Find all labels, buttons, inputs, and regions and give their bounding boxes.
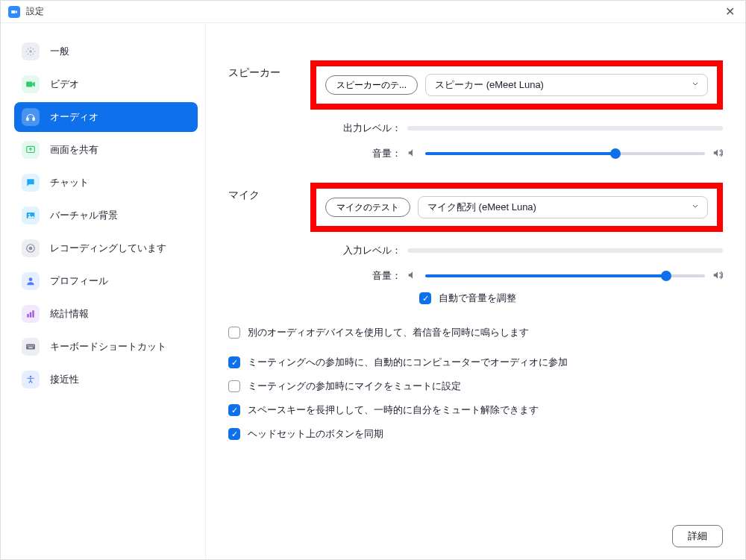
sidebar-item-video[interactable]: ビデオ (14, 69, 198, 99)
svg-point-9 (29, 277, 33, 281)
option-checkbox[interactable] (228, 356, 240, 368)
svg-rect-15 (29, 345, 30, 346)
auto-volume-checkbox[interactable] (419, 292, 431, 304)
sidebar-item-label: 一般 (50, 45, 69, 58)
sidebar-item-label: チャット (50, 176, 89, 189)
svg-rect-16 (31, 345, 32, 346)
svg-rect-12 (32, 310, 34, 317)
volume-low-icon (407, 270, 418, 283)
speaker-device-value: スピーカー (eMeet Luna) (435, 78, 544, 92)
sidebar: 一般ビデオオーディオ画面を共有チャットバーチャル背景レコーディングしていますプロ… (1, 23, 206, 560)
svg-point-0 (29, 50, 32, 53)
option-row: ミーティングへの参加時に、自動的にコンピューターでオーディオに参加 (228, 356, 723, 369)
main-panel: スピーカー スピーカーのテ... スピーカー (eMeet Luna) 出力レベ… (206, 23, 745, 560)
sidebar-item-recording[interactable]: レコーディングしています (14, 233, 198, 263)
speaker-device-dropdown[interactable]: スピーカー (eMeet Luna) (425, 74, 708, 96)
sidebar-item-stats[interactable]: 統計情報 (14, 299, 198, 329)
share-icon (22, 141, 40, 159)
mic-volume-label: 音量： (340, 269, 407, 283)
speaker-volume-label: 音量： (340, 147, 407, 160)
general-icon (22, 43, 40, 60)
audio-icon (22, 108, 40, 126)
option-checkbox[interactable] (228, 327, 240, 339)
svg-rect-10 (27, 314, 28, 318)
speaker-section-label: スピーカー (228, 60, 310, 80)
mic-test-button[interactable]: マイクのテスト (325, 198, 410, 217)
option-checkbox[interactable] (228, 404, 240, 416)
zoom-app-icon (8, 6, 20, 18)
sidebar-item-label: ビデオ (50, 78, 79, 91)
speaker-volume-slider[interactable] (407, 148, 723, 160)
input-level-label: 入力レベル： (340, 244, 407, 257)
svg-point-6 (28, 214, 30, 215)
sidebar-item-shortcuts[interactable]: キーボードショートカット (14, 332, 198, 362)
sidebar-item-share[interactable]: 画面を共有 (14, 135, 198, 165)
svg-rect-13 (26, 345, 35, 350)
option-row: 別のオーディオデバイスを使用して、着信音を同時に鳴らします (228, 326, 723, 339)
svg-rect-11 (30, 312, 31, 318)
recording-icon (22, 239, 40, 257)
mic-highlight: マイクのテスト マイク配列 (eMeet Luna) (310, 183, 723, 232)
sidebar-item-label: プロフィール (50, 274, 108, 288)
option-label: ミーティングへの参加時に、自動的にコンピューターでオーディオに参加 (248, 356, 568, 369)
sidebar-item-label: 接近性 (50, 373, 79, 386)
mic-device-value: マイク配列 (eMeet Luna) (427, 201, 536, 214)
volume-high-icon (712, 148, 723, 160)
svg-rect-1 (26, 82, 32, 87)
vbg-icon (22, 207, 40, 224)
advanced-button[interactable]: 詳細 (672, 525, 723, 547)
svg-point-19 (30, 376, 31, 377)
accessibility-icon (22, 371, 40, 388)
option-label: スペースキーを長押しして、一時的に自分をミュート解除できます (248, 403, 539, 417)
svg-rect-18 (28, 347, 33, 348)
svg-rect-2 (27, 118, 28, 121)
speaker-output-level (407, 126, 723, 130)
mic-section-label: マイク (228, 183, 310, 202)
output-level-label: 出力レベル： (340, 122, 407, 135)
sidebar-item-profile[interactable]: プロフィール (14, 266, 198, 296)
speaker-highlight: スピーカーのテ... スピーカー (eMeet Luna) (310, 60, 723, 110)
sidebar-item-label: キーボードショートカット (50, 340, 166, 353)
sidebar-item-label: バーチャル背景 (50, 209, 118, 222)
sidebar-item-general[interactable]: 一般 (14, 37, 198, 66)
svg-rect-14 (28, 345, 28, 346)
video-icon (22, 75, 40, 93)
option-row: ヘッドセット上のボタンを同期 (228, 427, 723, 441)
sidebar-item-audio[interactable]: オーディオ (14, 102, 198, 132)
svg-rect-3 (33, 118, 34, 121)
sidebar-item-accessibility[interactable]: 接近性 (14, 365, 198, 394)
option-label: ミーティングの参加時にマイクをミュートに設定 (248, 380, 461, 393)
option-checkbox[interactable] (228, 380, 240, 392)
option-checkbox[interactable] (228, 428, 240, 440)
svg-rect-17 (33, 345, 34, 346)
option-row: スペースキーを長押しして、一時的に自分をミュート解除できます (228, 403, 723, 417)
auto-volume-label: 自動で音量を調整 (439, 292, 516, 305)
chevron-down-icon (691, 202, 700, 213)
sidebar-item-label: オーディオ (50, 110, 98, 124)
sidebar-item-label: 画面を共有 (50, 143, 98, 157)
sidebar-item-label: 統計情報 (50, 307, 89, 321)
option-label: 別のオーディオデバイスを使用して、着信音を同時に鳴らします (248, 326, 529, 339)
sidebar-item-chat[interactable]: チャット (14, 168, 198, 198)
sidebar-item-label: レコーディングしています (50, 242, 166, 255)
sidebar-item-vbg[interactable]: バーチャル背景 (14, 201, 198, 230)
window-title: 設定 (26, 5, 44, 18)
chevron-down-icon (691, 80, 700, 91)
close-icon[interactable]: ✕ (722, 4, 738, 19)
mic-volume-slider[interactable] (407, 270, 723, 283)
svg-point-8 (29, 247, 33, 251)
option-label: ヘッドセット上のボタンを同期 (248, 427, 383, 441)
titlebar: 設定 ✕ (1, 1, 745, 23)
profile-icon (22, 272, 40, 290)
volume-high-icon (712, 270, 723, 283)
speaker-test-button[interactable]: スピーカーのテ... (325, 75, 418, 95)
stats-icon (22, 305, 40, 323)
shortcuts-icon (22, 338, 40, 356)
mic-input-level (407, 248, 723, 253)
chat-icon (22, 174, 40, 192)
option-row: ミーティングの参加時にマイクをミュートに設定 (228, 380, 723, 393)
volume-low-icon (407, 148, 418, 160)
mic-device-dropdown[interactable]: マイク配列 (eMeet Luna) (418, 196, 708, 218)
